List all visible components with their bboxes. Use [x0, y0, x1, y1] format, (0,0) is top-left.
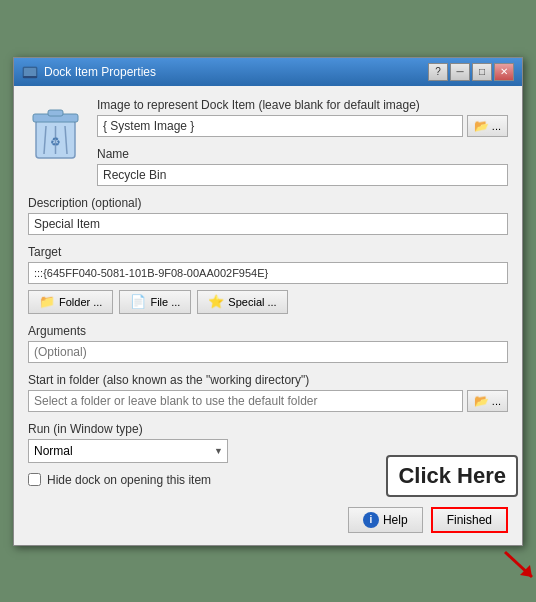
target-row: Target 📁 Folder ... 📄 File ... ⭐ Special… [28, 245, 508, 314]
help-icon: i [363, 512, 379, 528]
run-select[interactable]: Normal Minimized Maximized [28, 439, 228, 463]
start-in-browse-icon: 📂 [474, 394, 489, 408]
target-input[interactable] [28, 262, 508, 284]
help-button[interactable]: i Help [348, 507, 423, 533]
start-in-input[interactable] [28, 390, 463, 412]
minimize-button[interactable]: ─ [450, 63, 470, 81]
description-row: Description (optional) [28, 196, 508, 235]
window-title: Dock Item Properties [44, 65, 156, 79]
help-title-button[interactable]: ? [428, 63, 448, 81]
top-fields: Image to represent Dock Item (leave blan… [97, 98, 508, 196]
top-section: ♻ Image to represent Dock Item (leave bl… [28, 98, 508, 196]
recycle-bin-icon: ♻ [28, 98, 83, 163]
click-here-bubble: Click Here [386, 455, 518, 497]
description-label: Description (optional) [28, 196, 508, 210]
folder-button[interactable]: 📁 Folder ... [28, 290, 113, 314]
close-button[interactable]: ✕ [494, 63, 514, 81]
finished-button-container: Click Here Finished [431, 507, 508, 533]
maximize-button[interactable]: □ [472, 63, 492, 81]
start-in-browse-button[interactable]: 📂 ... [467, 390, 508, 412]
name-label: Name [97, 147, 508, 161]
dock-item-properties-window: Dock Item Properties ? ─ □ ✕ [13, 57, 523, 546]
arguments-label: Arguments [28, 324, 508, 338]
special-icon: ⭐ [208, 294, 224, 309]
title-bar-buttons: ? ─ □ ✕ [428, 63, 514, 81]
svg-rect-1 [24, 68, 36, 77]
svg-rect-2 [23, 76, 37, 78]
image-browse-button[interactable]: 📂 ... [467, 115, 508, 137]
target-label: Target [28, 245, 508, 259]
form-content: ♻ Image to represent Dock Item (leave bl… [14, 86, 522, 499]
footer: i Help Click Here Finished [14, 499, 522, 545]
run-label: Run (in Window type) [28, 422, 508, 436]
title-bar: Dock Item Properties ? ─ □ ✕ [14, 58, 522, 86]
target-buttons: 📁 Folder ... 📄 File ... ⭐ Special ... [28, 290, 508, 314]
red-arrow-svg [500, 547, 536, 587]
special-button[interactable]: ⭐ Special ... [197, 290, 287, 314]
start-in-label: Start in folder (also known as the "work… [28, 373, 508, 387]
name-row: Name [97, 147, 508, 186]
start-in-row: Start in folder (also known as the "work… [28, 373, 508, 412]
hide-dock-checkbox[interactable] [28, 473, 41, 486]
dock-item-icon-area: ♻ [28, 98, 83, 196]
arguments-row: Arguments [28, 324, 508, 363]
finished-button[interactable]: Finished [431, 507, 508, 533]
svg-rect-8 [48, 110, 63, 116]
folder-icon: 📁 [39, 294, 55, 309]
run-select-wrap: Normal Minimized Maximized ▼ [28, 439, 228, 463]
file-icon: 📄 [130, 294, 146, 309]
name-input[interactable] [97, 164, 508, 186]
window-icon [22, 64, 38, 80]
svg-text:♻: ♻ [50, 135, 61, 149]
hide-dock-label: Hide dock on opening this item [47, 473, 211, 487]
description-input[interactable] [28, 213, 508, 235]
image-input[interactable] [97, 115, 463, 137]
arguments-input[interactable] [28, 341, 508, 363]
image-row: Image to represent Dock Item (leave blan… [97, 98, 508, 137]
file-button[interactable]: 📄 File ... [119, 290, 191, 314]
image-label: Image to represent Dock Item (leave blan… [97, 98, 508, 112]
browse-icon: 📂 [474, 119, 489, 133]
